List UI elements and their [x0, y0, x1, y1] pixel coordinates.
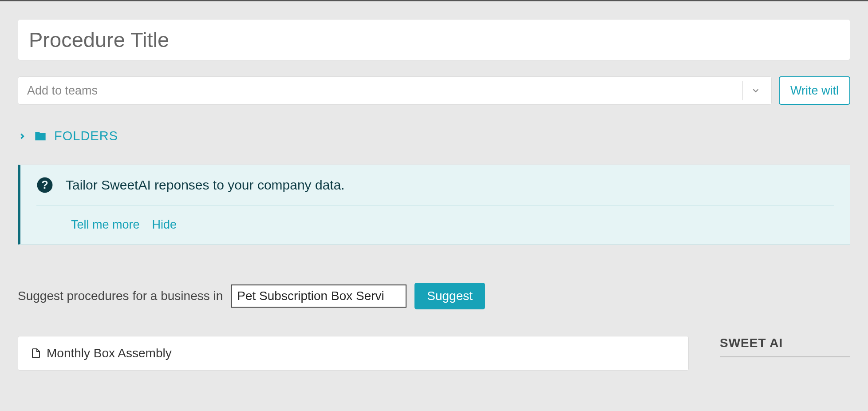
- business-input[interactable]: [231, 285, 406, 308]
- folder-icon: [33, 130, 48, 142]
- svg-text:?: ?: [41, 178, 48, 191]
- procedure-card-title: Monthly Box Assembly: [47, 346, 172, 360]
- sweetai-panel: SWEET AI: [720, 336, 850, 357]
- chevron-down-icon: [742, 81, 769, 100]
- sweetai-banner: ? Tailor SweetAI reponses to your compan…: [18, 165, 850, 245]
- suggest-button[interactable]: Suggest: [414, 283, 485, 309]
- procedure-title-input[interactable]: [18, 19, 850, 60]
- chevron-right-icon: [18, 130, 27, 142]
- sweetai-heading: SWEET AI: [720, 336, 850, 357]
- procedure-card[interactable]: Monthly Box Assembly: [18, 336, 689, 371]
- add-to-teams-select[interactable]: Add to teams: [18, 76, 772, 105]
- banner-text: Tailor SweetAI reponses to your company …: [66, 178, 345, 193]
- suggest-label: Suggest procedures for a business in: [18, 289, 223, 303]
- folders-label: FOLDERS: [54, 129, 118, 143]
- folders-toggle[interactable]: FOLDERS: [18, 129, 850, 143]
- teams-placeholder: Add to teams: [27, 84, 98, 98]
- tell-me-more-link[interactable]: Tell me more: [71, 218, 140, 232]
- write-with-ai-button[interactable]: Write witl: [779, 76, 850, 105]
- hide-banner-link[interactable]: Hide: [152, 218, 177, 232]
- document-icon: [31, 347, 41, 360]
- question-circle-icon: ?: [36, 177, 53, 194]
